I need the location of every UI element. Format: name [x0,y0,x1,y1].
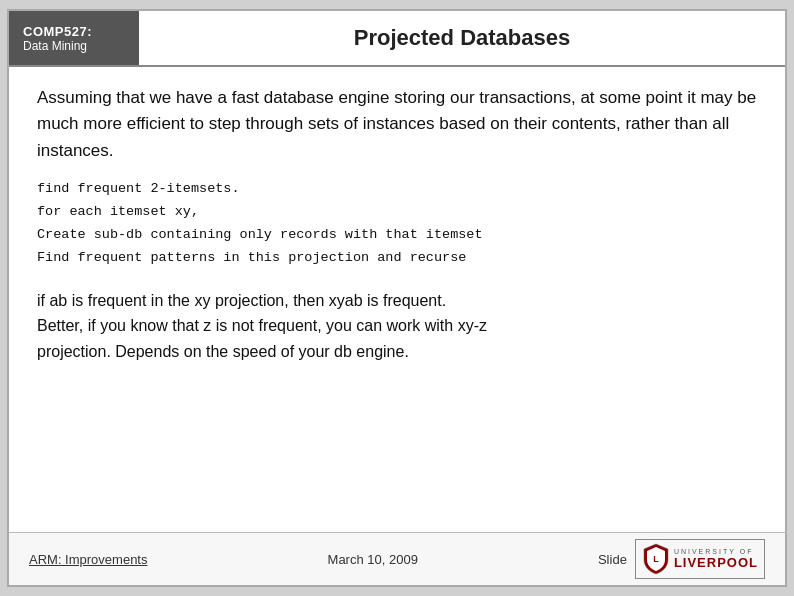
summary-line-2: Better, if you know that z is not freque… [37,313,757,339]
summary-line-3: projection. Depends on the speed of your… [37,339,757,365]
liverpool-label: LIVERPOOL [674,555,758,570]
logo-text-block: UNIVERSITY OF LIVERPOOL [674,548,758,570]
code-line-1: find frequent 2-itemsets. [37,178,757,201]
slide-header: COMP527: Data Mining Projected Databases [9,11,785,67]
svg-text:L: L [653,554,659,564]
subtitle-label: Data Mining [23,39,125,53]
slide: COMP527: Data Mining Projected Databases… [7,9,787,587]
intro-text: Assuming that we have a fast database en… [37,88,756,160]
intro-paragraph: Assuming that we have a fast database en… [37,85,757,164]
slide-title: Projected Databases [139,11,785,65]
slide-footer: ARM: Improvements March 10, 2009 Slide L… [9,532,785,585]
footer-date: March 10, 2009 [328,552,418,567]
shield-icon: L [642,542,670,576]
code-line-4: Find frequent patterns in this projectio… [37,247,757,270]
code-block: find frequent 2-itemsets. for each items… [37,178,757,270]
footer-slide-label: Slide [598,552,627,567]
slide-content: Assuming that we have a fast database en… [9,67,785,532]
summary-block: if ab is frequent in the xy projection, … [37,288,757,365]
university-label: UNIVERSITY OF [674,548,754,555]
code-line-3: Create sub-db containing only records wi… [37,224,757,247]
footer-link[interactable]: ARM: Improvements [29,552,147,567]
summary-line-1: if ab is frequent in the xy projection, … [37,288,757,314]
footer-right: Slide L UNIVERSITY OF LIVERPOOL [598,539,765,579]
university-logo: L UNIVERSITY OF LIVERPOOL [635,539,765,579]
code-line-2: for each itemset xy, [37,201,757,224]
brand-block: COMP527: Data Mining [9,11,139,65]
course-label: COMP527: [23,24,125,39]
